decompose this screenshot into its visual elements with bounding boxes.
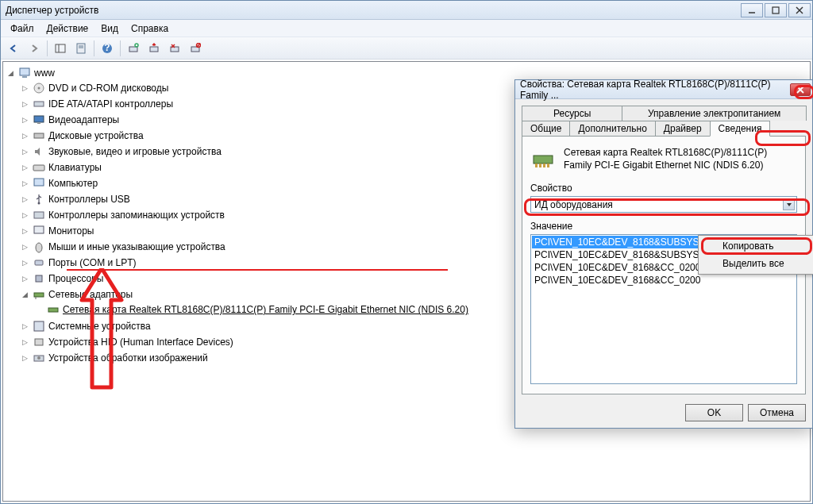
node-label: Процессоры [48,273,104,284]
minimize-button[interactable] [741,3,763,17]
expand-icon[interactable]: ▷ [21,259,29,267]
svg-rect-46 [535,164,538,167]
expand-icon[interactable]: ▷ [21,132,29,140]
context-menu: Копировать Выделить все [698,235,813,275]
node-label: Контроллеры USB [48,194,130,205]
tab-details[interactable]: Сведения [710,121,771,137]
dialog-close-button[interactable] [790,83,811,96]
expand-icon[interactable]: ▷ [21,84,29,93]
device-info-text: Сетевая карта Realtek RTL8168C(P)/8111C(… [564,146,797,171]
context-copy[interactable]: Копировать [700,237,813,255]
expand-icon[interactable]: ▷ [21,116,29,125]
svg-rect-48 [543,164,545,167]
expand-icon[interactable]: ▷ [21,148,29,156]
dialog-titlebar[interactable]: Свойства: Сетевая карта Realtek RTL8168C… [515,80,812,99]
audio-icon [33,145,45,158]
device-info: Сетевая карта Realtek RTL8168C(P)/8111C(… [530,146,797,171]
expand-icon[interactable]: ▷ [21,164,29,172]
ports-icon [33,256,45,269]
expand-icon[interactable]: ▷ [21,179,29,188]
back-button[interactable] [4,39,23,58]
expand-icon[interactable]: ▷ [21,275,29,283]
node-label: Компьютер [48,178,98,189]
keyboard-icon [33,161,45,174]
svg-rect-21 [22,76,27,78]
tab-driver[interactable]: Драйвер [655,121,711,136]
tab-resources[interactable]: Ресурсы [522,106,622,121]
tab-general[interactable]: Общие [522,121,570,136]
expand-icon[interactable]: ▷ [21,243,29,252]
property-dropdown[interactable]: ИД оборудования [530,196,797,213]
svg-rect-47 [539,164,541,167]
expand-icon[interactable]: ▷ [21,338,29,347]
node-label: Сетевая карта Realtek RTL8168C(P)/8111C(… [63,304,468,315]
expand-icon[interactable]: ▷ [21,211,29,220]
node-label: Клавиатуры [48,162,102,173]
main-titlebar[interactable]: Диспетчер устройств [1,1,812,20]
dropdown-arrow-icon [783,198,795,210]
hid-icon [33,336,45,348]
svg-rect-4 [56,44,65,52]
cpu-icon [33,272,45,285]
svg-rect-32 [34,226,44,233]
computer-icon [18,67,31,79]
expand-icon[interactable]: ▷ [21,100,29,109]
system-icon [33,320,45,333]
node-label: Порты (COM и LPT) [48,257,137,268]
expand-icon[interactable]: ▷ [21,195,29,204]
node-label: Дисковые устройства [48,130,144,141]
node-label: Устройства обработки изображений [48,352,208,364]
collapse-icon[interactable]: ◢ [6,69,15,78]
expand-icon[interactable]: ▷ [21,354,29,363]
help-button[interactable]: ? [98,39,117,58]
svg-text:?: ? [104,43,110,53]
cancel-button[interactable]: Отмена [748,404,806,421]
node-label: DVD и CD-ROM дисководы [48,83,168,94]
node-label: Мыши и иные указывающие устройства [48,241,225,252]
menu-view[interactable]: Вид [94,21,125,36]
context-select-all[interactable]: Выделить все [700,255,813,272]
svg-point-33 [36,243,42,252]
forward-button[interactable] [25,39,44,58]
svg-rect-49 [547,164,549,167]
collapse-icon[interactable]: ◢ [21,290,29,299]
uninstall-button[interactable] [165,39,184,58]
tree-root-label: www [34,67,55,79]
ide-icon [33,98,45,110]
update-driver-button[interactable] [144,39,164,58]
mouse-icon [33,240,45,253]
disk-icon [33,129,45,142]
tab-power[interactable]: Управление электропитанием [622,106,807,121]
ok-button[interactable]: OK [685,404,743,421]
svg-rect-26 [37,123,40,124]
svg-rect-36 [34,293,44,297]
node-label: Мониторы [48,225,94,237]
node-label: Контроллеры запоминающих устройств [48,210,225,221]
menu-help[interactable]: Справка [125,21,175,36]
node-label: Сетевые адаптеры [48,289,133,300]
storage-icon [33,209,45,221]
svg-rect-40 [35,339,43,345]
menu-action[interactable]: Действие [40,21,95,36]
maximize-button[interactable] [765,3,787,17]
close-button[interactable] [788,3,811,17]
show-hide-tree-button[interactable] [51,39,70,58]
monitor-icon [33,225,45,237]
menu-file[interactable]: Файл [4,21,40,36]
value-label: Значение [530,221,797,232]
scan-hardware-button[interactable] [124,39,143,58]
svg-rect-39 [34,321,44,331]
dialog-title: Свойства: Сетевая карта Realtek RTL8168C… [520,79,790,101]
list-item[interactable]: PCI\VEN_10EC&DEV_8168&CC_0200 [532,274,796,287]
disable-button[interactable] [186,39,205,58]
expand-icon[interactable]: ▷ [21,322,29,331]
properties-button[interactable] [71,39,91,58]
svg-rect-20 [20,68,29,75]
cd-icon [33,82,45,94]
usb-icon [33,193,45,206]
svg-rect-35 [36,275,42,282]
toolbar: ? [1,37,812,60]
expand-icon[interactable]: ▷ [21,227,29,236]
svg-point-30 [38,202,40,205]
tab-advanced[interactable]: Дополнительно [569,121,655,136]
